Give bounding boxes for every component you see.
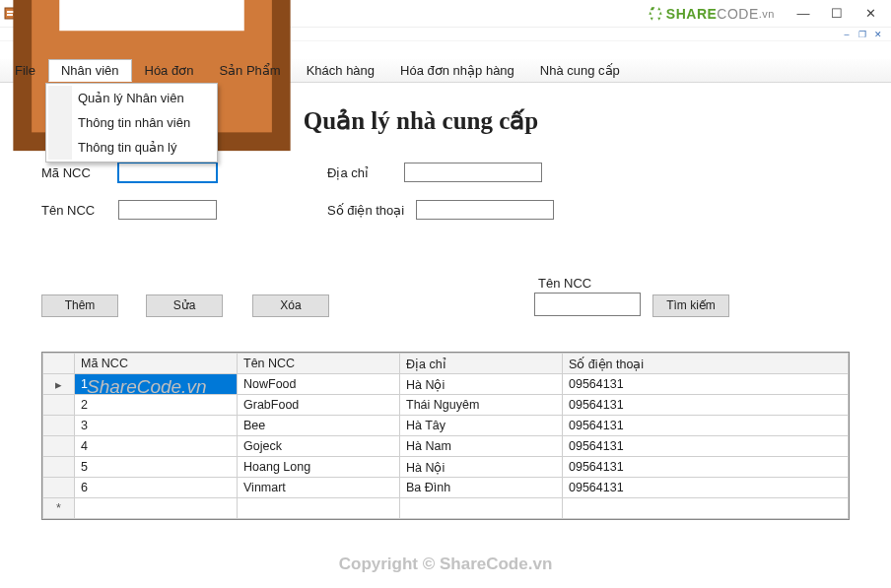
input-ten-ncc[interactable]: [118, 200, 217, 220]
cell-dc[interactable]: Hà Nội: [400, 457, 563, 478]
xoa-button[interactable]: Xóa: [252, 294, 329, 317]
field-sdt: Số điện thoại: [327, 200, 554, 220]
input-dia-chi[interactable]: [404, 163, 542, 182]
input-sdt[interactable]: [416, 200, 554, 220]
cell-ten[interactable]: GrabFood: [238, 395, 400, 416]
new-row[interactable]: *: [43, 498, 849, 519]
sharecode-logo: SHARECODE.vn: [647, 4, 775, 24]
cell-ma[interactable]: 5: [75, 457, 238, 478]
cell-ten[interactable]: Bee: [238, 416, 400, 436]
empty-cell[interactable]: [400, 498, 563, 519]
cell-sdt[interactable]: 09564131: [563, 374, 849, 395]
them-button[interactable]: Thêm: [41, 294, 118, 317]
mdi-minimize-icon[interactable]: –: [840, 29, 854, 40]
field-ten-ncc: Tên NCC: [41, 200, 217, 220]
menu-bar: File Nhân viên Hóa đơn Sản Phẩm Khách hà…: [0, 59, 891, 83]
label-dia-chi: Địa chỉ: [327, 165, 404, 180]
field-ma-ncc: Mã NCC: [41, 163, 217, 182]
row-header[interactable]: [43, 478, 75, 498]
menu-san-pham[interactable]: Sản Phẩm: [206, 59, 293, 82]
table-row[interactable]: 6VinmartBa Đình09564131: [43, 478, 849, 498]
table-row[interactable]: 2GrabFoodThái Nguyêm09564131: [43, 395, 849, 416]
button-row: Thêm Sửa Xóa Tên NCC Tìm kiếm: [41, 281, 859, 330]
child-icon-row: [0, 41, 891, 59]
drop-thong-tin-nv[interactable]: Thông tin nhân viên: [48, 110, 215, 135]
empty-cell[interactable]: [563, 498, 849, 519]
menu-nha-cung-cap[interactable]: Nhà cung cấp: [527, 59, 633, 82]
cell-ten[interactable]: Gojeck: [238, 436, 400, 457]
grid-corner: [43, 354, 75, 374]
menu-file[interactable]: File: [2, 59, 48, 82]
mdi-close-icon[interactable]: ✕: [871, 29, 885, 40]
minimize-button[interactable]: —: [787, 1, 820, 27]
search-label: Tên NCC: [538, 276, 591, 291]
cell-ten[interactable]: NowFood: [238, 374, 400, 395]
label-ma-ncc: Mã NCC: [41, 165, 118, 180]
cell-dc[interactable]: Hà Nam: [400, 436, 563, 457]
cell-ma[interactable]: 1: [75, 374, 238, 395]
maximize-button[interactable]: ☐: [820, 1, 854, 27]
table-row[interactable]: 5Hoang LongHà Nội09564131: [43, 457, 849, 478]
cell-sdt[interactable]: 09564131: [563, 416, 849, 436]
grid-header-dc[interactable]: Địa chỉ: [400, 354, 563, 374]
window-controls: — ☐ ✕: [787, 1, 887, 27]
cell-dc[interactable]: Ba Đình: [400, 478, 563, 498]
watermark-footer: Copyright © ShareCode.vn: [0, 555, 891, 574]
cell-ten[interactable]: Vinmart: [238, 478, 400, 498]
new-row-header[interactable]: *: [43, 498, 75, 519]
input-ma-ncc[interactable]: [118, 163, 217, 182]
cell-sdt[interactable]: 09564131: [563, 457, 849, 478]
dropdown-icon-strip: [48, 86, 72, 160]
menu-khach-hang[interactable]: Khách hàng: [294, 59, 387, 82]
row-header[interactable]: ▸: [43, 374, 75, 395]
row-header[interactable]: [43, 436, 75, 457]
row-header[interactable]: [43, 457, 75, 478]
cell-ma[interactable]: 4: [75, 436, 238, 457]
cell-ten[interactable]: Hoang Long: [238, 457, 400, 478]
menu-hoa-don[interactable]: Hóa đơn: [132, 59, 207, 82]
mdi-restore-icon[interactable]: ❐: [856, 29, 869, 40]
cell-sdt[interactable]: 09564131: [563, 478, 849, 498]
form-area: Mã NCC Tên NCC Địa chỉ Số điện thoại: [41, 163, 859, 281]
grid-header-ma[interactable]: Mã NCC: [75, 354, 238, 374]
cell-dc[interactable]: Thái Nguyêm: [400, 395, 563, 416]
drop-thong-tin-ql[interactable]: Thông tin quản lý: [48, 135, 215, 160]
cell-sdt[interactable]: 09564131: [563, 436, 849, 457]
search-input[interactable]: [534, 293, 641, 316]
cell-ma[interactable]: 6: [75, 478, 238, 498]
empty-cell[interactable]: [238, 498, 400, 519]
table-row[interactable]: ▸1NowFoodHà Nội09564131: [43, 374, 849, 395]
drop-quan-ly-nv[interactable]: Quản lý Nhân viên: [48, 86, 215, 110]
grid-header-sdt[interactable]: Số điện thoại: [563, 354, 849, 374]
label-sdt: Số điện thoại: [327, 203, 416, 218]
logo-recycle-icon: [647, 5, 664, 23]
close-button[interactable]: ✕: [854, 1, 887, 27]
content-area: Quản lý nhà cung cấp Mã NCC Tên NCC Địa …: [0, 106, 891, 520]
empty-cell[interactable]: [75, 498, 238, 519]
svg-rect-4: [59, 0, 244, 31]
nhan-vien-dropdown: Quản lý Nhân viên Thông tin nhân viên Th…: [45, 83, 218, 163]
data-grid[interactable]: Mã NCC Tên NCC Địa chỉ Số điện thoại ▸1N…: [41, 352, 850, 520]
page-title: Quản lý nhà cung cấp: [248, 106, 593, 135]
cell-sdt[interactable]: 09564131: [563, 395, 849, 416]
row-header[interactable]: [43, 395, 75, 416]
sua-button[interactable]: Sửa: [146, 294, 223, 317]
cell-dc[interactable]: Hà Nội: [400, 374, 563, 395]
grid-header-row: Mã NCC Tên NCC Địa chỉ Số điện thoại: [43, 354, 849, 374]
cell-ma[interactable]: 3: [75, 416, 238, 436]
label-ten-ncc: Tên NCC: [41, 203, 118, 218]
menu-nhan-vien[interactable]: Nhân viên: [48, 59, 132, 82]
menu-hoa-don-nhap[interactable]: Hóa đơn nhập hàng: [387, 59, 527, 82]
cell-dc[interactable]: Hà Tây: [400, 416, 563, 436]
grid-header-ten[interactable]: Tên NCC: [238, 354, 400, 374]
table-row[interactable]: 4GojeckHà Nam09564131: [43, 436, 849, 457]
table-row[interactable]: 3BeeHà Tây09564131: [43, 416, 849, 436]
cell-ma[interactable]: 2: [75, 395, 238, 416]
tim-kiem-button[interactable]: Tìm kiếm: [652, 294, 729, 317]
field-dia-chi: Địa chỉ: [327, 163, 542, 182]
row-header[interactable]: [43, 416, 75, 436]
